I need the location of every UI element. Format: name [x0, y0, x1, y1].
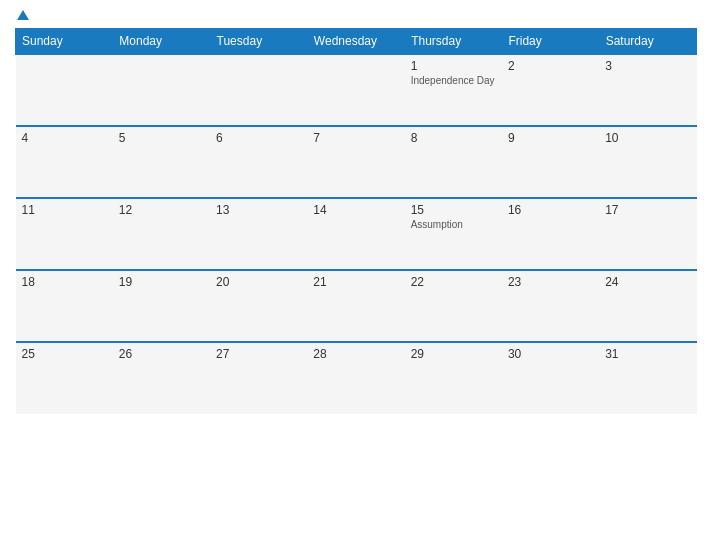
day-number: 16 — [508, 203, 593, 217]
calendar-cell: 23 — [502, 270, 599, 342]
calendar-cell: 18 — [16, 270, 113, 342]
day-number: 10 — [605, 131, 690, 145]
week-row-5: 25262728293031 — [16, 342, 697, 414]
day-number: 3 — [605, 59, 690, 73]
calendar-cell: 15Assumption — [405, 198, 502, 270]
week-row-2: 45678910 — [16, 126, 697, 198]
weekday-header-wednesday: Wednesday — [307, 29, 404, 55]
weekday-header-saturday: Saturday — [599, 29, 696, 55]
day-number: 11 — [22, 203, 107, 217]
day-number: 2 — [508, 59, 593, 73]
calendar-cell: 26 — [113, 342, 210, 414]
holiday-name: Independence Day — [411, 75, 496, 86]
day-number: 4 — [22, 131, 107, 145]
calendar-cell: 19 — [113, 270, 210, 342]
calendar-cell: 29 — [405, 342, 502, 414]
weekday-header-tuesday: Tuesday — [210, 29, 307, 55]
day-number: 19 — [119, 275, 204, 289]
calendar-cell: 22 — [405, 270, 502, 342]
weekday-header-sunday: Sunday — [16, 29, 113, 55]
weekday-header-row: SundayMondayTuesdayWednesdayThursdayFrid… — [16, 29, 697, 55]
day-number: 25 — [22, 347, 107, 361]
calendar-cell: 27 — [210, 342, 307, 414]
day-number: 8 — [411, 131, 496, 145]
logo-triangle-icon — [17, 10, 29, 20]
day-number: 17 — [605, 203, 690, 217]
day-number: 14 — [313, 203, 398, 217]
day-number: 22 — [411, 275, 496, 289]
calendar-cell: 20 — [210, 270, 307, 342]
calendar-cell: 14 — [307, 198, 404, 270]
calendar-container: SundayMondayTuesdayWednesdayThursdayFrid… — [0, 0, 712, 550]
day-number: 31 — [605, 347, 690, 361]
calendar-cell: 31 — [599, 342, 696, 414]
calendar-cell — [113, 54, 210, 126]
day-number: 26 — [119, 347, 204, 361]
calendar-cell — [16, 54, 113, 126]
logo — [15, 10, 29, 20]
day-number: 12 — [119, 203, 204, 217]
calendar-cell: 13 — [210, 198, 307, 270]
calendar-cell: 3 — [599, 54, 696, 126]
day-number: 9 — [508, 131, 593, 145]
calendar-cell: 2 — [502, 54, 599, 126]
calendar-cell: 21 — [307, 270, 404, 342]
holiday-name: Assumption — [411, 219, 496, 230]
day-number: 7 — [313, 131, 398, 145]
weekday-header-monday: Monday — [113, 29, 210, 55]
calendar-cell: 5 — [113, 126, 210, 198]
calendar-cell — [307, 54, 404, 126]
day-number: 13 — [216, 203, 301, 217]
weekday-header-friday: Friday — [502, 29, 599, 55]
day-number: 5 — [119, 131, 204, 145]
calendar-cell: 24 — [599, 270, 696, 342]
calendar-cell: 10 — [599, 126, 696, 198]
weekday-header-thursday: Thursday — [405, 29, 502, 55]
day-number: 15 — [411, 203, 496, 217]
calendar-cell: 8 — [405, 126, 502, 198]
day-number: 6 — [216, 131, 301, 145]
calendar-cell: 12 — [113, 198, 210, 270]
calendar-cell: 28 — [307, 342, 404, 414]
week-row-1: 1Independence Day23 — [16, 54, 697, 126]
day-number: 1 — [411, 59, 496, 73]
calendar-cell: 30 — [502, 342, 599, 414]
calendar-grid: SundayMondayTuesdayWednesdayThursdayFrid… — [15, 28, 697, 414]
calendar-cell: 16 — [502, 198, 599, 270]
calendar-cell: 25 — [16, 342, 113, 414]
day-number: 23 — [508, 275, 593, 289]
day-number: 30 — [508, 347, 593, 361]
calendar-cell: 11 — [16, 198, 113, 270]
day-number: 29 — [411, 347, 496, 361]
day-number: 18 — [22, 275, 107, 289]
week-row-4: 18192021222324 — [16, 270, 697, 342]
calendar-cell — [210, 54, 307, 126]
day-number: 21 — [313, 275, 398, 289]
calendar-cell: 17 — [599, 198, 696, 270]
day-number: 20 — [216, 275, 301, 289]
calendar-cell: 9 — [502, 126, 599, 198]
week-row-3: 1112131415Assumption1617 — [16, 198, 697, 270]
calendar-cell: 4 — [16, 126, 113, 198]
header — [15, 10, 697, 20]
calendar-cell: 7 — [307, 126, 404, 198]
day-number: 28 — [313, 347, 398, 361]
calendar-cell: 1Independence Day — [405, 54, 502, 126]
day-number: 27 — [216, 347, 301, 361]
calendar-cell: 6 — [210, 126, 307, 198]
day-number: 24 — [605, 275, 690, 289]
